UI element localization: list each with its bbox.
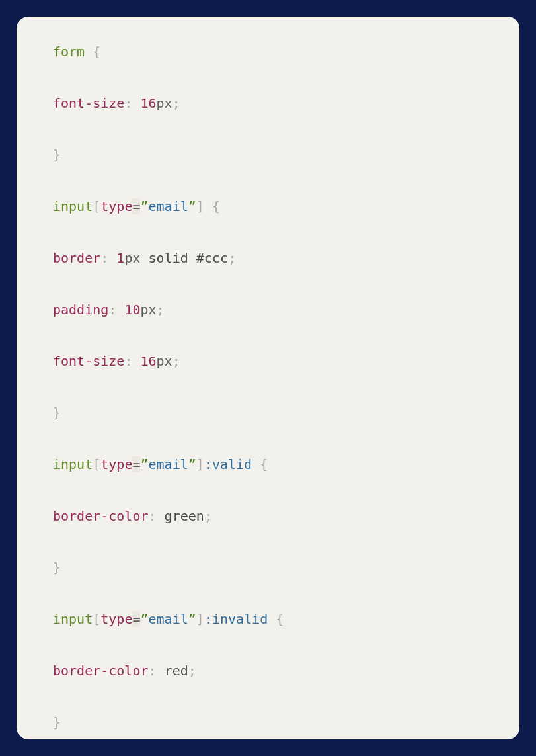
code-line: } <box>53 146 483 163</box>
code-line: font-size: 16px; <box>53 353 483 370</box>
code-token: ” <box>140 456 148 472</box>
code-token: = <box>132 611 140 627</box>
code-token: px <box>157 95 172 111</box>
code-token: } <box>53 560 61 575</box>
code-token: ; <box>172 95 180 111</box>
code-token: { <box>260 456 268 472</box>
code-token: ” <box>140 611 148 627</box>
code-token: { <box>93 44 100 60</box>
code-token: { <box>212 198 220 214</box>
code-token: ” <box>188 198 196 214</box>
code-token: = <box>132 198 140 214</box>
code-token: border <box>53 250 100 266</box>
code-token: : <box>100 250 108 266</box>
code-token: px <box>124 250 140 266</box>
code-token: ] <box>196 198 204 214</box>
code-line: } <box>53 404 483 421</box>
code-token: } <box>53 405 61 421</box>
code-token: ” <box>140 198 148 214</box>
code-line: padding: 10px; <box>53 301 483 318</box>
code-token: solid #ccc <box>140 250 227 266</box>
code-token: [ <box>93 198 100 214</box>
code-token: ” <box>188 456 196 472</box>
code-token: ; <box>228 250 236 266</box>
code-token: ] <box>196 456 204 472</box>
code-token: [ <box>93 456 100 472</box>
code-token: 16 <box>140 95 156 111</box>
code-line: input[type=”email”] { <box>53 198 483 215</box>
code-token: email <box>149 611 188 627</box>
code-token: border-color <box>53 508 149 524</box>
code-token: ; <box>157 302 165 317</box>
code-token: ; <box>172 353 180 369</box>
code-line: border: 1px solid #ccc; <box>53 249 483 267</box>
code-token: px <box>157 353 172 369</box>
code-token <box>132 353 140 369</box>
code-token: green <box>157 508 204 524</box>
code-token: 1 <box>116 250 124 266</box>
code-line: input[type=”email”]:valid { <box>53 456 483 473</box>
code-line: border-color: red; <box>53 662 483 679</box>
code-token: { <box>276 611 284 627</box>
code-line: font-size: 16px; <box>53 95 483 112</box>
code-token: ” <box>188 611 196 627</box>
code-line: form { <box>53 43 483 60</box>
code-token: border-color <box>53 663 149 679</box>
code-block: form {font-size: 16px;}input[type=”email… <box>17 17 519 739</box>
code-token: [ <box>93 611 100 627</box>
code-token: red <box>157 663 188 679</box>
code-token: px <box>140 302 156 317</box>
code-token <box>132 95 140 111</box>
code-token: : <box>149 508 157 524</box>
code-token: type <box>100 198 132 214</box>
code-token: email <box>149 456 188 472</box>
code-token: input <box>53 456 93 472</box>
code-token: input <box>53 611 93 627</box>
code-token <box>116 302 124 317</box>
code-token: :valid <box>204 456 252 472</box>
code-token: : <box>124 353 132 369</box>
code-token <box>108 250 116 266</box>
code-token: ; <box>204 508 212 524</box>
code-token: padding <box>53 302 108 317</box>
code-token: 10 <box>124 302 140 317</box>
code-token: email <box>149 198 188 214</box>
code-line: border-color: green; <box>53 507 483 525</box>
code-token <box>252 456 260 472</box>
code-token: font-size <box>53 95 124 111</box>
code-line: } <box>53 559 483 576</box>
code-token <box>204 198 212 214</box>
code-token: input <box>53 198 93 214</box>
code-token: font-size <box>53 353 124 369</box>
code-token: : <box>124 95 132 111</box>
code-token: form <box>53 44 85 60</box>
code-token: type <box>100 611 132 627</box>
code-token <box>85 44 93 60</box>
code-token <box>268 611 276 627</box>
code-token: ; <box>188 663 196 679</box>
code-token: 16 <box>140 353 156 369</box>
code-token: : <box>108 302 116 317</box>
code-token: } <box>53 147 61 163</box>
code-line: input[type=”email”]:invalid { <box>53 610 483 628</box>
code-token: } <box>53 714 61 730</box>
code-token: type <box>100 456 132 472</box>
code-line: } <box>53 714 483 731</box>
code-token: :invalid <box>204 611 268 627</box>
code-token: = <box>132 456 140 472</box>
code-token: ] <box>196 611 204 627</box>
code-token: : <box>149 663 157 679</box>
